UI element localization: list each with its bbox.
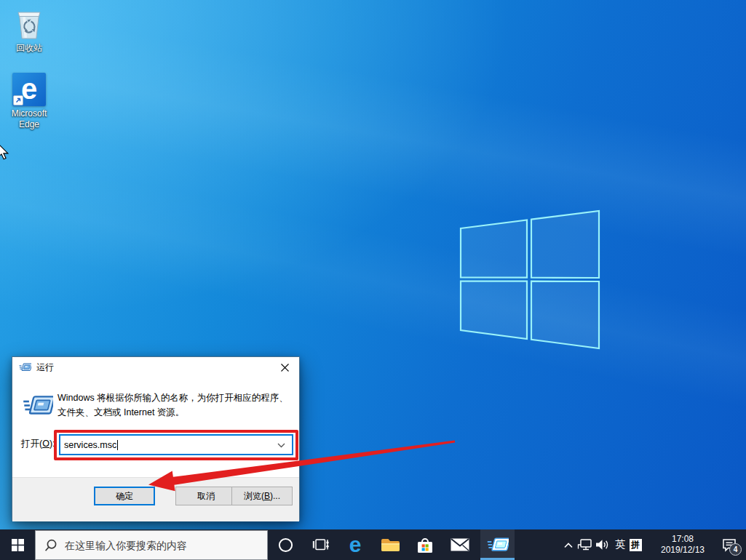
taskbar: e [0, 529, 746, 560]
text-caret [117, 440, 118, 450]
chevron-down-icon[interactable] [277, 443, 285, 448]
desktop-icon-recycle-bin[interactable]: 回收站 [4, 6, 54, 54]
start-button[interactable] [0, 529, 35, 560]
run-dialog-titlebar[interactable]: 运行 [12, 357, 299, 377]
speaker-icon [595, 539, 610, 551]
mouse-cursor [0, 143, 10, 160]
taskbar-mail-button[interactable] [444, 529, 476, 560]
taskbar-run-app-button[interactable] [480, 529, 515, 560]
close-button[interactable] [270, 357, 299, 377]
cancel-button[interactable]: 取消 [175, 487, 237, 505]
run-app-icon [23, 393, 53, 417]
file-explorer-icon [381, 537, 400, 553]
windows-desktop-screen: 回收站 e Microsoft Edge [0, 0, 746, 560]
tray-show-hidden-icons[interactable] [560, 529, 576, 560]
run-open-combobox[interactable]: services.msc [59, 434, 293, 455]
mail-icon [451, 538, 469, 551]
light-beam [0, 1, 746, 284]
edge-icon: e [349, 530, 362, 559]
windows-logo-wallpaper [456, 205, 603, 359]
desktop-icon-label: Microsoft Edge [4, 108, 54, 130]
dialog-title: 运行 [36, 361, 54, 374]
tray-action-center-button[interactable]: 4 [713, 529, 746, 560]
edge-logo-icon: e [12, 73, 46, 106]
network-icon [577, 539, 593, 551]
clock-date: 2019/12/13 [661, 545, 705, 556]
shortcut-arrow-icon [13, 95, 23, 105]
desktop-icon-label: 回收站 [4, 43, 54, 54]
run-command-text: services.msc [64, 440, 116, 450]
tray-ime-language[interactable]: 英 [613, 529, 627, 560]
run-app-icon [487, 536, 509, 553]
taskbar-edge-button[interactable]: e [339, 529, 371, 560]
taskbar-search-box[interactable] [35, 530, 268, 560]
chevron-up-icon [563, 542, 574, 548]
close-icon [281, 364, 289, 372]
run-dialog-description: Windows 将根据你所输入的名称，为你打开相应的程序、 文件夹、文档或 In… [57, 391, 288, 420]
cortana-icon [278, 537, 293, 553]
taskbar-store-button[interactable] [409, 529, 441, 560]
taskbar-task-view-button[interactable] [304, 529, 336, 560]
tray-clock[interactable]: 17:08 2019/12/13 [651, 529, 715, 560]
desktop-icon-microsoft-edge[interactable]: e Microsoft Edge [4, 73, 54, 130]
tray-ime-mode[interactable]: 拼 [627, 529, 643, 560]
windows-start-icon [12, 539, 24, 551]
ok-button[interactable]: 确定 [94, 487, 155, 505]
task-view-icon [312, 539, 329, 551]
tray-volume-button[interactable] [594, 529, 611, 560]
recycle-bin-icon [4, 6, 54, 41]
search-icon [44, 539, 57, 552]
tray-network-button[interactable] [576, 529, 594, 560]
taskbar-file-explorer-button[interactable] [374, 529, 406, 560]
clock-time: 17:08 [672, 534, 694, 545]
notification-count-badge: 4 [729, 543, 742, 556]
open-label: 打开(O): [21, 438, 55, 450]
run-dialog: 运行 Windows 将根据你所输入的名称，为你打开相应的程序、 文件夹、文档或… [12, 356, 300, 521]
microsoft-store-icon [416, 537, 434, 553]
browse-button[interactable]: 浏览(B)... [231, 487, 293, 505]
search-input[interactable] [65, 540, 247, 551]
taskbar-cortana-button[interactable] [269, 529, 301, 560]
run-app-icon [19, 362, 31, 372]
